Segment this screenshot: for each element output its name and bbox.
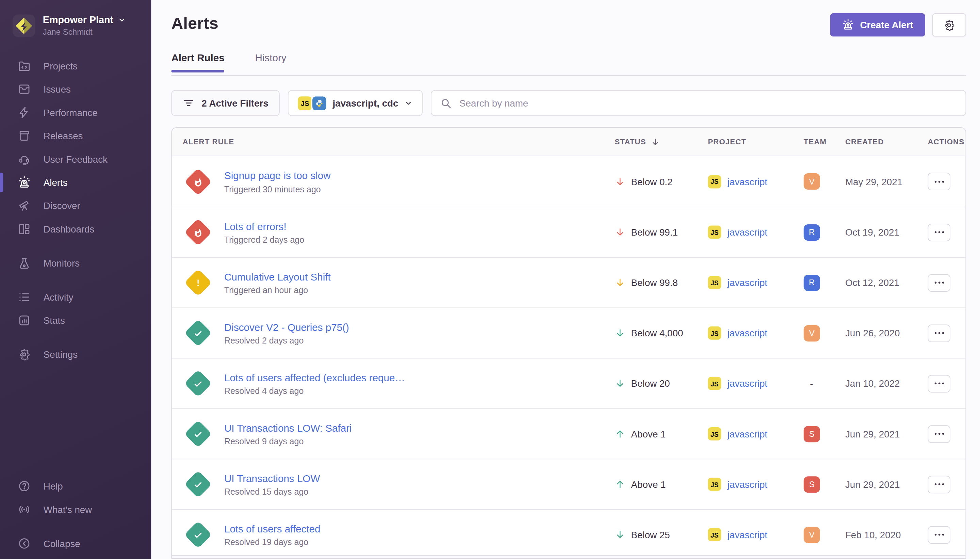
project-selector[interactable]: JS javascript, cdc bbox=[288, 90, 423, 116]
created-date: May 29, 2021 bbox=[845, 176, 921, 187]
stats-icon bbox=[18, 314, 31, 327]
sidebar-item-alerts[interactable]: Alerts bbox=[0, 170, 151, 194]
sidebar-item-releases[interactable]: Releases bbox=[0, 124, 151, 147]
tab-history[interactable]: History bbox=[255, 53, 286, 71]
arrow-down-icon bbox=[615, 176, 625, 187]
column-status: Status bbox=[615, 137, 646, 146]
sidebar-item-stats[interactable]: Stats bbox=[0, 308, 151, 332]
row-actions-button[interactable] bbox=[927, 526, 950, 544]
active-filters-button[interactable]: 2 Active Filters bbox=[171, 90, 280, 116]
settings-icon bbox=[18, 347, 31, 361]
javascript-platform-icon: JS bbox=[708, 427, 721, 440]
alert-rule-link[interactable]: Lots of users affected (excludes reque… bbox=[224, 371, 405, 385]
sidebar-item-projects[interactable]: Projects bbox=[0, 54, 151, 77]
sidebar-item-help[interactable]: Help bbox=[0, 475, 151, 498]
project-link[interactable]: javascript bbox=[728, 327, 767, 338]
whats-new-icon bbox=[18, 503, 31, 516]
javascript-platform-icon: JS bbox=[708, 528, 721, 541]
arrow-down-icon bbox=[615, 529, 625, 540]
sidebar-item-label: Settings bbox=[44, 349, 78, 359]
arrow-down-icon bbox=[615, 378, 625, 389]
project-link[interactable]: javascript bbox=[728, 277, 767, 288]
user-feedback-icon bbox=[18, 152, 31, 165]
sidebar-item-label: Projects bbox=[44, 60, 78, 71]
arrow-down-icon bbox=[615, 227, 625, 237]
sidebar-item-label: What's new bbox=[44, 504, 92, 515]
row-actions-button[interactable] bbox=[927, 173, 950, 190]
sidebar-item-activity[interactable]: Activity bbox=[0, 285, 151, 308]
sort-descending-icon bbox=[651, 137, 660, 147]
table-row: Cumulative Layout Shift Triggered an hou… bbox=[172, 257, 965, 308]
sidebar-item-performance[interactable]: Performance bbox=[0, 101, 151, 124]
alert-rule-link[interactable]: Discover V2 - Queries p75() bbox=[224, 321, 349, 334]
alert-rule-subtitle: Triggered an hour ago bbox=[224, 286, 331, 295]
row-actions-button[interactable] bbox=[927, 223, 950, 241]
warning-alert-icon bbox=[185, 269, 212, 296]
team-badge: V bbox=[804, 325, 820, 341]
alert-rule-link[interactable]: UI Transactions LOW bbox=[224, 472, 320, 485]
status-label: Below 20 bbox=[631, 378, 670, 389]
column-actions: Actions bbox=[921, 137, 965, 146]
active-filters-label: 2 Active Filters bbox=[201, 98, 269, 108]
sidebar: Empower Plant Jane Schmidt Projects Issu… bbox=[0, 0, 151, 559]
issues-icon bbox=[18, 83, 31, 96]
status-cell: Below 4,000 bbox=[615, 327, 708, 338]
alert-rule-link[interactable]: UI Transactions LOW: Safari bbox=[224, 422, 352, 435]
project-link[interactable]: javascript bbox=[728, 378, 767, 389]
project-link[interactable]: javascript bbox=[728, 479, 767, 490]
table-row: Lots of errors! Triggered 2 days ago Bel… bbox=[172, 207, 965, 257]
alert-rule-link[interactable]: Cumulative Layout Shift bbox=[224, 270, 331, 284]
arrow-up-icon bbox=[615, 479, 625, 490]
row-actions-button[interactable] bbox=[927, 274, 950, 291]
column-created: Created bbox=[845, 137, 921, 146]
row-actions-button[interactable] bbox=[927, 324, 950, 342]
status-cell: Below 20 bbox=[615, 378, 708, 389]
team-badge: S bbox=[804, 425, 820, 442]
table-row: Lots of users affected Resolved 19 days … bbox=[172, 509, 965, 559]
tab-alert-rules[interactable]: Alert Rules bbox=[171, 53, 224, 71]
sidebar-item-dashboards[interactable]: Dashboards bbox=[0, 217, 151, 240]
search-input[interactable] bbox=[458, 97, 957, 109]
sidebar-item-issues[interactable]: Issues bbox=[0, 77, 151, 101]
sidebar-item-user-feedback[interactable]: User Feedback bbox=[0, 147, 151, 170]
column-status-sort[interactable]: Status bbox=[615, 137, 708, 147]
row-actions-button[interactable] bbox=[927, 374, 950, 392]
sidebar-item-settings[interactable]: Settings bbox=[0, 342, 151, 366]
project-link[interactable]: javascript bbox=[728, 428, 767, 439]
javascript-platform-icon: JS bbox=[708, 478, 721, 491]
table-row: UI Transactions LOW: Safari Resolved 9 d… bbox=[172, 408, 965, 458]
alert-rule-subtitle: Resolved 4 days ago bbox=[224, 386, 405, 396]
table-row: Lots of users affected (excludes reque… … bbox=[172, 358, 965, 408]
table-row: Signup page is too slow Triggered 30 min… bbox=[172, 156, 965, 207]
org-switcher[interactable]: Empower Plant Jane Schmidt bbox=[0, 0, 151, 38]
project-link[interactable]: javascript bbox=[728, 529, 767, 540]
created-date: Jun 29, 2021 bbox=[845, 479, 921, 490]
row-actions-button[interactable] bbox=[927, 476, 950, 493]
alert-rule-link[interactable]: Lots of errors! bbox=[224, 220, 304, 233]
sidebar-item-monitors[interactable]: Monitors bbox=[0, 251, 151, 275]
sidebar-footer: Help What's new Collapse bbox=[0, 475, 151, 555]
alert-rule-link[interactable]: Lots of users affected bbox=[224, 522, 320, 536]
column-alert-rule: Alert Rule bbox=[172, 137, 615, 146]
filter-row: 2 Active Filters JS javascript, cdc bbox=[171, 90, 966, 116]
sidebar-item-whats-new[interactable]: What's new bbox=[0, 498, 151, 521]
javascript-platform-icon: JS bbox=[708, 226, 721, 239]
project-link[interactable]: javascript bbox=[728, 227, 767, 237]
sidebar-collapse-button[interactable]: Collapse bbox=[0, 532, 151, 555]
column-team: Team bbox=[804, 137, 845, 146]
team-badge: R bbox=[804, 275, 820, 291]
project-link[interactable]: javascript bbox=[728, 176, 767, 187]
create-alert-button[interactable]: Create Alert bbox=[830, 13, 925, 36]
status-label: Below 4,000 bbox=[631, 327, 683, 338]
sidebar-nav: Projects Issues Performance Releases Use… bbox=[0, 54, 151, 366]
filter-icon bbox=[183, 97, 195, 109]
create-alert-label: Create Alert bbox=[860, 20, 913, 30]
table-row: Discover V2 - Queries p75() Resolved 2 d… bbox=[172, 308, 965, 358]
siren-icon bbox=[842, 19, 854, 31]
alert-rule-link[interactable]: Signup page is too slow bbox=[224, 169, 331, 182]
sidebar-item-discover[interactable]: Discover bbox=[0, 194, 151, 217]
empower-plant-logo-icon bbox=[13, 14, 35, 37]
row-actions-button[interactable] bbox=[927, 425, 950, 443]
alert-settings-button[interactable] bbox=[932, 13, 966, 36]
sidebar-item-label: Help bbox=[44, 481, 63, 491]
